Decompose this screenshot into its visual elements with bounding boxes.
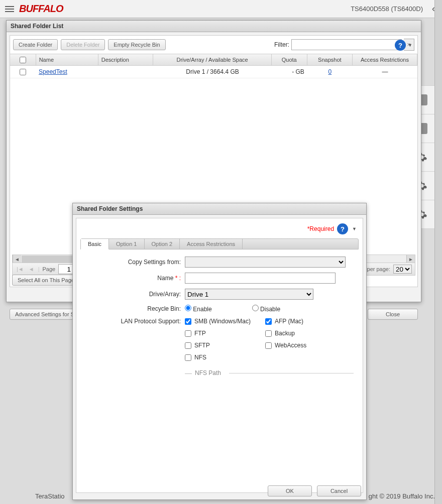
col-description[interactable]: Description <box>98 54 154 65</box>
row-access: — <box>353 68 417 75</box>
cancel-button[interactable]: Cancel <box>317 485 361 496</box>
nfs-path-label: NFS Path <box>195 369 221 376</box>
backup-checkbox[interactable]: Backup <box>265 330 346 337</box>
smb-checkbox[interactable]: SMB (Windows/Mac) <box>185 318 265 325</box>
delete-folder-button[interactable]: Delete Folder <box>61 39 105 50</box>
per-page-label: per page: <box>367 266 390 272</box>
folder-link[interactable]: SpeedTest <box>39 68 67 75</box>
col-access[interactable]: Access Restrictions <box>353 54 417 65</box>
copy-settings-label: Copy Settings from: <box>85 259 185 266</box>
required-mark: * : <box>175 275 181 282</box>
col-drive[interactable]: Drive/Array / Available Space <box>153 54 271 65</box>
table-row[interactable]: SpeedTest Drive 1 / 3664.4 GB - GB 0 — <box>10 66 417 78</box>
scroll-right-icon[interactable]: ► <box>406 255 415 263</box>
lan-label: LAN Protocol Support: <box>85 318 185 325</box>
filter-input[interactable] <box>291 39 402 50</box>
scroll-left-icon[interactable]: ◄ <box>13 255 21 263</box>
webaccess-checkbox[interactable]: WebAccess <box>265 342 346 349</box>
create-folder-button[interactable]: Create Folder <box>13 39 58 50</box>
dash-icon: — <box>185 369 192 377</box>
first-page-button[interactable]: |◄ <box>16 266 25 272</box>
ok-button[interactable]: OK <box>268 485 312 496</box>
help-icon[interactable]: ? <box>395 40 406 51</box>
recycle-disable-radio[interactable]: Disable <box>252 305 280 313</box>
table-header: Name Description Drive/Array / Available… <box>10 54 417 66</box>
help-icon[interactable]: ? <box>337 223 348 234</box>
col-name[interactable]: Name <box>36 54 98 65</box>
ftp-checkbox[interactable]: FTP <box>185 330 265 337</box>
tabs: Basic Option 1 Option 2 Access Restricti… <box>80 238 359 249</box>
empty-recycle-button[interactable]: Empty Recycle Bin <box>108 39 165 50</box>
page-label: Page <box>43 266 56 272</box>
select-all-page-button[interactable]: Select All on This Page <box>12 275 80 286</box>
filter-label: Filter: <box>274 41 289 48</box>
prev-page-button[interactable]: ◄ <box>28 266 35 272</box>
col-snapshot[interactable]: Snapshot <box>307 54 353 65</box>
tab-basic[interactable]: Basic <box>81 239 109 249</box>
required-label: *Required <box>307 225 334 232</box>
col-quota[interactable]: Quota <box>272 54 307 65</box>
close-button[interactable]: Close <box>368 309 418 320</box>
afp-checkbox[interactable]: AFP (Mac) <box>265 318 346 325</box>
row-drive: Drive 1 / 3664.4 GB <box>153 68 272 75</box>
panel-title: Shared Folder List <box>7 21 421 32</box>
row-checkbox[interactable] <box>20 69 26 75</box>
copy-settings-select[interactable] <box>185 257 346 268</box>
chevron-down-icon[interactable]: ▼ <box>352 226 357 231</box>
drive-label: Drive/Array: <box>85 291 185 298</box>
sftp-checkbox[interactable]: SFTP <box>185 342 265 349</box>
divider <box>229 373 354 373</box>
tab-option1[interactable]: Option 1 <box>109 239 145 249</box>
snapshot-link[interactable]: 0 <box>328 68 332 75</box>
name-input[interactable] <box>185 273 336 284</box>
chevron-down-icon[interactable]: ▼ <box>408 43 412 48</box>
recycle-label: Recycle Bin: <box>85 305 185 312</box>
tab-access[interactable]: Access Restrictions <box>180 239 243 249</box>
select-all-checkbox[interactable] <box>20 57 26 63</box>
recycle-enable-radio[interactable]: Enable <box>185 305 212 313</box>
drive-select[interactable]: Drive 1 <box>185 289 313 300</box>
name-label: Name <box>157 275 173 282</box>
row-quota: - GB <box>272 68 307 75</box>
nfs-checkbox[interactable]: NFS <box>185 354 265 361</box>
advanced-settings-button[interactable]: Advanced Settings for S <box>10 309 80 320</box>
panel-title: Shared Folder Settings <box>73 203 366 215</box>
shared-folder-settings-panel: Shared Folder Settings *Required ?▼ Basi… <box>72 203 367 500</box>
tab-option2[interactable]: Option 2 <box>145 239 180 249</box>
